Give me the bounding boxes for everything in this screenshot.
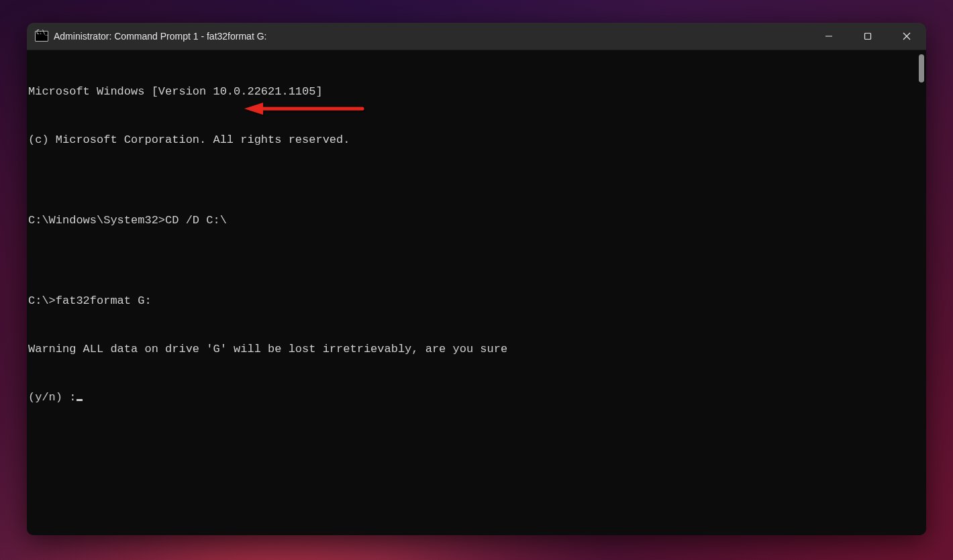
maximize-button[interactable] [848, 23, 887, 50]
window-title: Administrator: Command Prompt 1 - fat32f… [54, 31, 809, 42]
close-icon [903, 32, 911, 40]
scrollbar-thumb[interactable] [919, 54, 924, 82]
prompt-text: (y/n) : [28, 391, 76, 404]
output-line: C:\>fat32format G: [28, 293, 926, 309]
output-line: C:\Windows\System32>CD /D C:\ [28, 213, 926, 229]
output-line: Microsoft Windows [Version 10.0.22621.11… [28, 84, 926, 100]
output-line: (c) Microsoft Corporation. All rights re… [28, 132, 926, 148]
title-bar[interactable]: Administrator: Command Prompt 1 - fat32f… [27, 23, 926, 50]
desktop-background: Administrator: Command Prompt 1 - fat32f… [0, 0, 953, 560]
command-prompt-window: Administrator: Command Prompt 1 - fat32f… [27, 23, 926, 535]
minimize-button[interactable] [809, 23, 848, 50]
svg-rect-1 [865, 34, 871, 40]
cmd-icon [35, 31, 48, 42]
prompt-line: (y/n) : [28, 390, 926, 406]
text-cursor [77, 399, 83, 401]
close-button[interactable] [887, 23, 926, 50]
minimize-icon [825, 32, 833, 40]
maximize-icon [864, 32, 872, 40]
output-line: Warning ALL data on drive 'G' will be lo… [28, 341, 926, 357]
scrollbar[interactable] [917, 52, 924, 535]
window-controls [809, 23, 926, 50]
terminal-output[interactable]: Microsoft Windows [Version 10.0.22621.11… [27, 50, 926, 535]
